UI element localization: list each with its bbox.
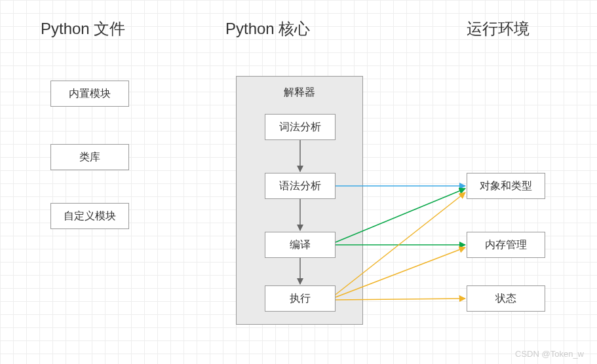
box-builtin-module: 内置模块: [50, 81, 129, 107]
box-state: 状态: [467, 285, 545, 312]
header-files: Python 文件: [41, 18, 125, 39]
interpreter-title: 解释器: [237, 86, 362, 100]
box-library: 类库: [50, 144, 129, 170]
watermark: CSDN @Token_w: [515, 349, 584, 359]
header-runtime: 运行环境: [467, 18, 530, 39]
box-custom-module: 自定义模块: [50, 203, 129, 229]
box-lex: 词法分析: [265, 114, 336, 140]
box-memory: 内存管理: [467, 232, 545, 258]
box-objects-types: 对象和类型: [467, 173, 545, 199]
box-execute: 执行: [265, 285, 336, 312]
box-compile: 编译: [265, 232, 336, 258]
box-parse: 语法分析: [265, 173, 336, 199]
header-core: Python 核心: [225, 18, 310, 39]
